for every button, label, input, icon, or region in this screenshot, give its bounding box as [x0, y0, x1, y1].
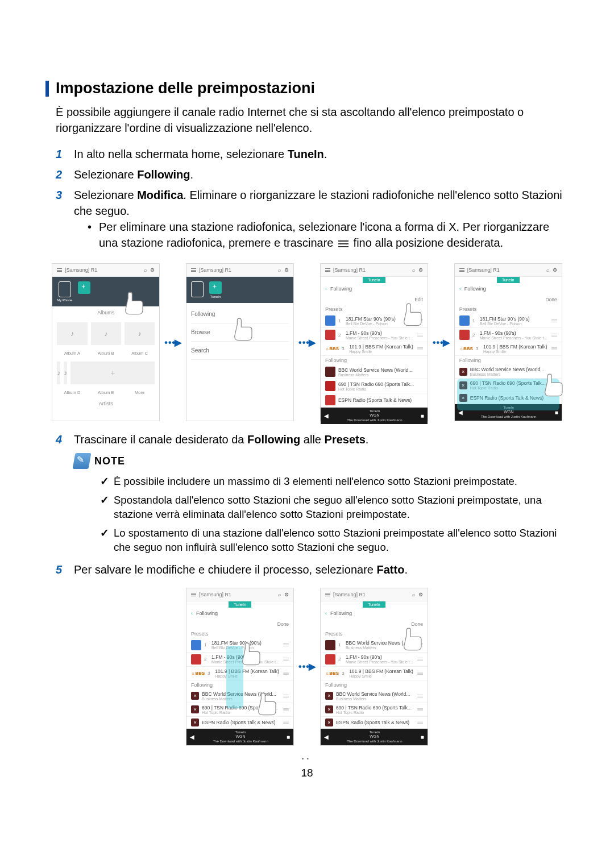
following-header: Following — [330, 286, 352, 292]
sequence-arrow-icon — [298, 661, 316, 672]
note-item: È possibile includere un massimo di 3 el… — [100, 475, 569, 489]
screenshot-drag-to-presets: [Samsung] R1 ⌕⚙ TuneIn ‹Following Done P… — [186, 588, 294, 746]
more-tile: + — [70, 362, 155, 384]
step-number-4: 4 — [56, 431, 74, 447]
step-body-3: Selezionare Modifica. Eliminare o riorga… — [74, 187, 569, 253]
page-heading: Impostazione delle preimpostazioni — [56, 80, 315, 97]
phone-icon — [59, 281, 71, 297]
hand-pointer-illustration — [232, 642, 272, 682]
page-dots: •• — [45, 756, 569, 761]
screenshot-following-done: [Samsung] R1 ⌕⚙ TuneIn ‹Following Done P… — [454, 263, 562, 421]
myphone-label: My Phone — [57, 298, 72, 302]
note-label: NOTE — [94, 455, 125, 467]
note-item: Spostandola dall'elenco sotto Stazioni c… — [100, 493, 569, 522]
screenshot-done-result: [Samsung] R1 ⌕⚙ TuneIn ‹Following Done P… — [320, 588, 428, 746]
done-link: Done — [545, 297, 557, 302]
edit-link: Edit — [414, 297, 423, 302]
hand-pointer-illustration — [248, 692, 288, 732]
screenshot-row-2: [Samsung] R1 ⌕⚙ TuneIn ‹Following Done P… — [45, 588, 569, 746]
following-label: Following — [321, 356, 428, 365]
gear-icon: ⚙ — [150, 267, 155, 273]
heading-accent-bar — [45, 81, 49, 97]
step-number-5: 5 — [56, 562, 74, 578]
sequence-arrow-icon — [298, 337, 316, 348]
tunein-tag: TuneIn — [363, 277, 385, 283]
screenshot-home: [Samsung] R1 ⌕⚙ My Phone Albums ♪♪♪ Albu… — [52, 263, 160, 421]
intro-paragraph: È possibile aggiungere il canale radio I… — [45, 104, 569, 136]
step-number-3: 3 — [56, 187, 74, 253]
note-pencil-icon — [73, 453, 92, 469]
drag-handle-icon — [338, 240, 349, 248]
hand-pointer-illustration — [393, 303, 433, 343]
step-body-2: Selezionare Following. — [74, 167, 569, 182]
screenshot-following-edit: [Samsung] R1 ⌕⚙ TuneIn ‹Following Edit P… — [320, 263, 428, 421]
step-number-1: 1 — [56, 146, 74, 162]
sequence-arrow-icon — [433, 337, 450, 348]
step-body-1: In alto nella schermata home, selezionar… — [74, 146, 569, 162]
screenshot-tunein-menu: [Samsung] R1 ⌕⚙ TuneIn Following Browse … — [186, 263, 294, 421]
note-item: Lo spostamento di una stazione dall'elen… — [100, 526, 569, 555]
hand-pointer-illustration — [393, 628, 433, 667]
hand-pointer-illustration — [534, 373, 574, 413]
tunein-tile-icon — [209, 281, 222, 294]
page-number: 18 — [45, 767, 569, 779]
search-icon: ⌕ — [144, 267, 147, 273]
sequence-arrow-icon — [164, 337, 181, 348]
note-list: È possibile includere un massimo di 3 el… — [45, 475, 569, 555]
topbar-icons: ⌕⚙ — [144, 267, 155, 273]
artists-section-title: Artists — [52, 397, 159, 410]
step-body-5: Per salvare le modifiche e chiudere il p… — [74, 562, 569, 578]
back-arrow-icon: ‹ — [325, 286, 327, 292]
tunein-tile-icon — [78, 281, 90, 294]
hand-pointer-illustration — [224, 318, 264, 358]
phone-icon — [191, 281, 204, 297]
hand-pointer-illustration — [115, 292, 155, 331]
hamburger-icon — [57, 268, 62, 272]
step-body-4: Trascinare il canale desiderato da Follo… — [74, 431, 569, 447]
delete-x-icon: × — [459, 368, 467, 376]
step-number-2: 2 — [56, 167, 74, 182]
device-title: [Samsung] R1 — [65, 267, 141, 273]
screenshot-row-1: [Samsung] R1 ⌕⚙ My Phone Albums ♪♪♪ Albu… — [45, 263, 569, 421]
